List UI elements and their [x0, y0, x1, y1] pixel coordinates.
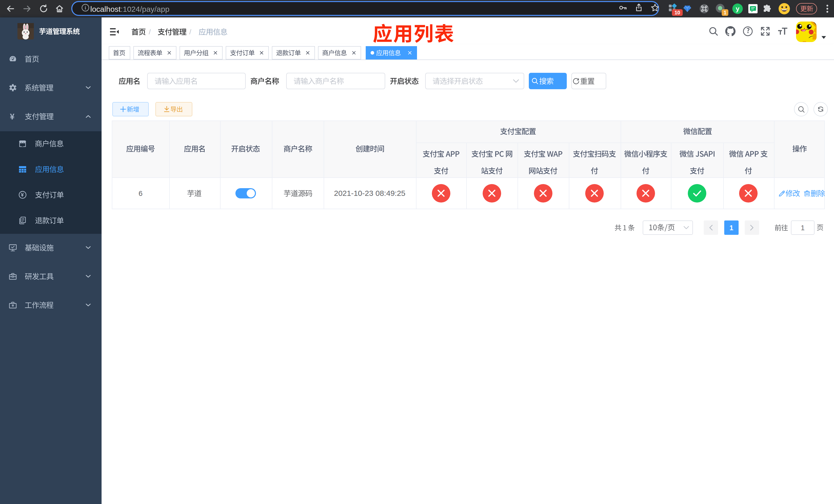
- svg-text:y: y: [736, 5, 740, 13]
